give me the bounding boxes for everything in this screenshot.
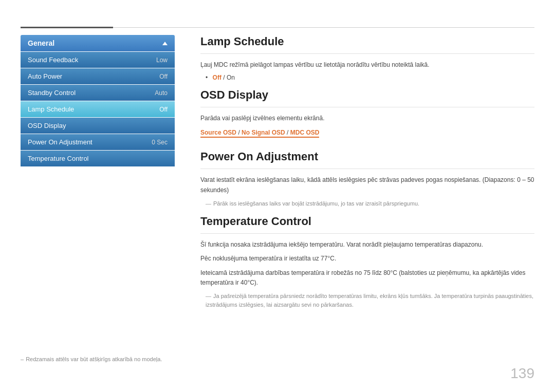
highlight-off: Off — [213, 74, 221, 81]
section-lamp-schedule: Lamp Schedule Ļauj MDC režīmā pielāgot l… — [200, 35, 534, 81]
top-decorative-lines — [21, 27, 534, 28]
link-separator2: / — [287, 129, 290, 136]
osd-display-links: Source OSD / No Signal OSD / MDC OSD — [200, 129, 319, 138]
sidebar-item-label: Power On Adjustment — [28, 138, 92, 146]
sidebar-item-power-on-adjustment[interactable]: Power On Adjustment 0 Sec — [21, 134, 175, 150]
sidebar-item-auto-power[interactable]: Auto Power Off — [21, 68, 175, 84]
section-title-osd-display: OSD Display — [200, 88, 534, 102]
dash-note-temp: Ja pašreizējā temperatūra pārsniedz norā… — [200, 292, 534, 309]
top-line-light — [113, 27, 534, 28]
section-body-lamp-schedule: Ļauj MDC režīmā pielāgot lampas vērtību … — [200, 60, 534, 70]
no-signal-osd-link: No Signal OSD — [242, 129, 285, 136]
section-divider — [200, 107, 534, 107]
section-divider — [200, 53, 534, 54]
sidebar-item-sound-feedback[interactable]: Sound Feedback Low — [21, 52, 175, 68]
sidebar-item-label: Lamp Schedule — [28, 105, 74, 113]
page-number: 139 — [510, 365, 534, 382]
sidebar-item-value: Off — [159, 106, 168, 113]
bullet-separator: / On — [223, 74, 235, 81]
section-title-power-on-adjustment: Power On Adjustment — [200, 150, 534, 163]
section-temperature-control: Temperature Control Šī funkcija nosaka i… — [200, 215, 534, 309]
main-content: Lamp Schedule Ļauj MDC režīmā pielāgot l… — [200, 35, 534, 361]
sidebar-title: General — [28, 39, 54, 47]
sidebar-item-value: Low — [156, 57, 168, 64]
section-body-temp-1: Šī funkcija nosaka izstrādājuma iekšējo … — [200, 240, 534, 250]
sidebar: General Sound Feedback Low Auto Power Of… — [21, 35, 175, 166]
section-body-power-on-adjustment: Varat iestatīt ekrāna ieslēgšanas laiku,… — [200, 175, 534, 195]
sidebar-item-lamp-schedule[interactable]: Lamp Schedule Off — [21, 101, 175, 117]
sidebar-item-label: Temperature Control — [28, 155, 89, 162]
collapse-icon — [162, 42, 168, 45]
dash-note-power-on: Pārāk iss ieslēgšanas laiks var bojāt iz… — [200, 199, 534, 208]
sidebar-item-label: Sound Feedback — [28, 56, 78, 64]
mdc-osd-link: MDC OSD — [290, 129, 320, 136]
top-line-dark — [21, 27, 113, 28]
sidebar-item-value: 0 Sec — [152, 139, 168, 146]
section-title-temperature-control: Temperature Control — [200, 215, 534, 228]
section-osd-display: OSD Display Parāda vai paslēpj izvēlnes … — [200, 88, 534, 143]
sidebar-item-value: Auto — [155, 89, 168, 97]
sidebar-header[interactable]: General — [21, 35, 175, 51]
section-divider — [200, 233, 534, 234]
sidebar-item-temperature-control[interactable]: Temperature Control — [21, 151, 175, 166]
bullet-item: Off / On — [206, 74, 534, 81]
section-body-temp-2: Pēc noklusējuma temperatūra ir iestatīta… — [200, 254, 534, 264]
bottom-note: Redzamais attēls var būt atšķirīgs atkar… — [21, 356, 162, 362]
section-divider — [200, 169, 534, 169]
section-power-on-adjustment: Power On Adjustment Varat iestatīt ekrān… — [200, 150, 534, 208]
sidebar-item-label: Standby Control — [28, 89, 76, 97]
sidebar-item-standby-control[interactable]: Standby Control Auto — [21, 85, 175, 101]
sidebar-item-value: Off — [159, 73, 168, 80]
sidebar-item-label: Auto Power — [28, 72, 62, 80]
sidebar-item-label: OSD Display — [28, 122, 66, 129]
source-osd-link: Source OSD — [200, 129, 236, 136]
section-title-lamp-schedule: Lamp Schedule — [200, 35, 534, 48]
section-body-osd-display: Parāda vai paslēpj izvēlnes elementu ekr… — [200, 114, 534, 123]
sidebar-item-osd-display[interactable]: OSD Display — [21, 118, 175, 134]
bullet-list-lamp-schedule: Off / On — [200, 74, 534, 81]
section-body-temp-3: Ieteicamā izstrādājuma darbības temperat… — [200, 268, 534, 288]
